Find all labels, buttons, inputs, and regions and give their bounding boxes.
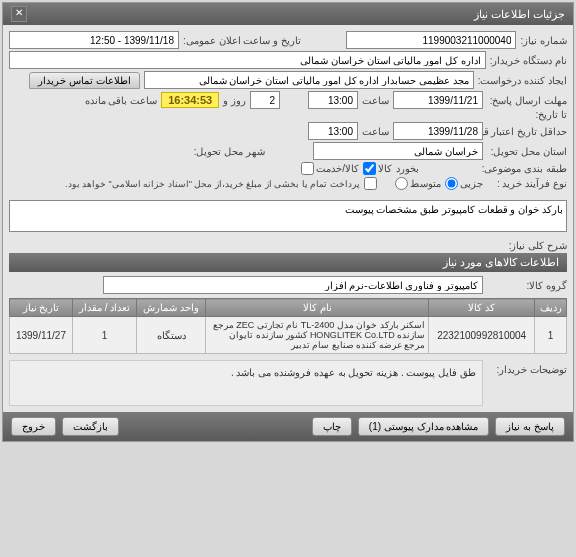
goods-table: ردیف کد کالا نام کالا واحد شمارش تعداد /… xyxy=(9,298,567,354)
row-need-no: تاریخ و ساعت اعلان عمومی: شماره نیاز: xyxy=(9,31,567,49)
close-icon[interactable]: ✕ xyxy=(11,6,27,22)
row-buyer-notes: طق فایل پیوست . هزینه تحویل به عهده فروش… xyxy=(9,360,567,406)
contact-buyer-button[interactable]: اطلاعات تماس خریدار xyxy=(29,72,140,89)
medium-radio-group: متوسط xyxy=(395,177,441,190)
buyer-input[interactable] xyxy=(9,51,486,69)
small-radio-group: جزیی xyxy=(445,177,483,190)
row-buy-process: پرداخت تمام یا بخشی از مبلغ خرید،از محل … xyxy=(9,177,567,190)
reply-button[interactable]: پاسخ به نیاز xyxy=(495,417,565,436)
desc-textarea[interactable]: بارکد خوان و قطعات کامپیوتر طبق مشخصات پ… xyxy=(9,200,567,232)
footer-bar: پاسخ به نیاز مشاهده مدارک پیوستی (1) چاپ… xyxy=(3,412,573,441)
th-qty: تعداد / مقدار xyxy=(72,299,136,317)
goods-group-input[interactable] xyxy=(103,276,483,294)
delivery-city-label: شهر محل تحویل: xyxy=(194,146,265,157)
cell-row: 1 xyxy=(535,317,567,354)
validity-label: حداقل تاریخ اعتبار قیمت: xyxy=(487,126,567,137)
medium-label: متوسط xyxy=(410,178,441,189)
goods-section-header: اطلاعات کالاهای مورد نیاز xyxy=(9,253,567,272)
kala-check-group: کالا xyxy=(363,162,392,175)
service-check-group: کالا/خدمت xyxy=(301,162,359,175)
row-deadline-2: تا تاریخ: xyxy=(9,109,567,120)
row-validity: ساعت حداقل تاریخ اعتبار قیمت: xyxy=(9,122,567,140)
to-date-label: تا تاریخ: xyxy=(487,109,567,120)
small-radio[interactable] xyxy=(445,177,458,190)
cell-code: 2232100992810004 xyxy=(429,317,535,354)
announce-label: تاریخ و ساعت اعلان عمومی: xyxy=(183,35,301,46)
print-button[interactable]: چاپ xyxy=(312,417,352,436)
delivery-province-label: استان محل تحویل: xyxy=(487,146,567,157)
validity-date[interactable] xyxy=(393,122,483,140)
row-buyer: نام دستگاه خریدار: xyxy=(9,51,567,69)
back-button[interactable]: بازگشت xyxy=(62,417,119,436)
small-label: جزیی xyxy=(460,178,483,189)
th-name: نام کالا xyxy=(206,299,429,317)
medium-radio[interactable] xyxy=(395,177,408,190)
creator-label: ایجاد کننده درخواست: xyxy=(478,75,567,86)
validity-time[interactable] xyxy=(308,122,358,140)
delivery-province[interactable] xyxy=(313,142,483,160)
buyer-notes-label: توضیحات خریدار: xyxy=(487,360,567,375)
and-label: روز و xyxy=(223,95,246,106)
buyer-label: نام دستگاه خریدار: xyxy=(490,55,567,66)
grouping-label: طبقه بندی موضوعی: xyxy=(487,163,567,174)
bakhurd-label: بخورد xyxy=(396,163,419,174)
kala-checkbox[interactable] xyxy=(363,162,376,175)
remaining-label: ساعت باقی مانده xyxy=(85,95,158,106)
buyer-notes-box: طق فایل پیوست . هزینه تحویل به عهده فروش… xyxy=(9,360,483,406)
th-code: کد کالا xyxy=(429,299,535,317)
deadline-time[interactable] xyxy=(308,91,358,109)
main-panel: جزئیات اطلاعات نیاز ✕ تاریخ و ساعت اعلان… xyxy=(2,2,574,442)
th-unit: واحد شمارش xyxy=(137,299,206,317)
time-label-2: ساعت xyxy=(362,126,389,137)
cell-unit: دستگاه xyxy=(137,317,206,354)
days-count[interactable] xyxy=(250,91,280,109)
th-row: ردیف xyxy=(535,299,567,317)
payment-checkbox[interactable] xyxy=(364,177,377,190)
creator-input[interactable] xyxy=(144,71,474,89)
row-province: شهر محل تحویل: استان محل تحویل: xyxy=(9,142,567,160)
cell-name: اسکنر بارکد خوان مدل TL-2400 نام تجارتی … xyxy=(206,317,429,354)
announce-datetime[interactable] xyxy=(9,31,179,49)
exit-button[interactable]: خروج xyxy=(11,417,56,436)
table-row[interactable]: 1 2232100992810004 اسکنر بارکد خوان مدل … xyxy=(10,317,567,354)
panel-body: تاریخ و ساعت اعلان عمومی: شماره نیاز: نا… xyxy=(3,25,573,412)
table-header-row: ردیف کد کالا نام کالا واحد شمارش تعداد /… xyxy=(10,299,567,317)
service-label: کالا/خدمت xyxy=(316,163,359,174)
panel-header: جزئیات اطلاعات نیاز ✕ xyxy=(3,3,573,25)
need-no-input[interactable] xyxy=(346,31,516,49)
goods-group-label: گروه کالا: xyxy=(487,280,567,291)
attachments-button[interactable]: مشاهده مدارک پیوستی (1) xyxy=(358,417,490,436)
kala-label: کالا xyxy=(378,163,392,174)
buy-process-label: نوع فرآیند خرید : xyxy=(487,178,567,189)
row-desc: بارکد خوان و قطعات کامپیوتر طبق مشخصات پ… xyxy=(9,200,567,251)
cell-date: 1399/11/27 xyxy=(10,317,73,354)
th-date: تاریخ نیاز xyxy=(10,299,73,317)
buyer-notes-text: طق فایل پیوست . هزینه تحویل به عهده فروش… xyxy=(231,367,476,378)
row-goods-group: گروه کالا: xyxy=(9,276,567,294)
deadline-send-label: مهلت ارسال پاسخ: xyxy=(487,95,567,106)
row-creator: اطلاعات تماس خریدار ایجاد کننده درخواست: xyxy=(9,71,567,89)
row-grouping: کالا/خدمت کالا بخورد طبقه بندی موضوعی: xyxy=(9,162,567,175)
need-no-label: شماره نیاز: xyxy=(520,35,567,46)
payment-note: پرداخت تمام یا بخشی از مبلغ خرید،از محل … xyxy=(65,179,360,189)
row-deadline: ساعت باقی مانده 16:34:53 روز و ساعت مهلت… xyxy=(9,91,567,109)
footer-left: بازگشت خروج xyxy=(11,417,119,436)
footer-right: پاسخ به نیاز مشاهده مدارک پیوستی (1) چاپ xyxy=(312,417,565,436)
window-title: جزئیات اطلاعات نیاز xyxy=(474,8,565,21)
deadline-date[interactable] xyxy=(393,91,483,109)
countdown-timer: 16:34:53 xyxy=(161,92,219,108)
cell-qty: 1 xyxy=(72,317,136,354)
time-label-1: ساعت xyxy=(362,95,389,106)
service-checkbox[interactable] xyxy=(301,162,314,175)
desc-label: شرح کلی نیاز: xyxy=(487,236,567,251)
